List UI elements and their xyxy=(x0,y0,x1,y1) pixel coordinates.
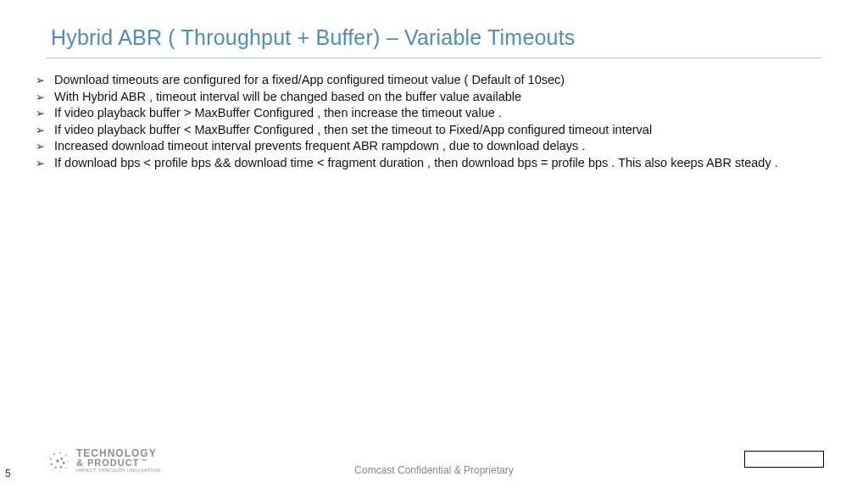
bullet-text: If video playback buffer > MaxBuffer Con… xyxy=(54,105,824,122)
bullet-text: With Hybrid ABR , timeout interval will … xyxy=(54,89,824,106)
svg-point-16 xyxy=(49,451,50,452)
bullet-text: Increased download timeout interval prev… xyxy=(54,138,824,155)
bullet-marker-icon: ➢ xyxy=(36,89,54,105)
title-underline xyxy=(47,58,822,58)
logo-line2-text: & PRODUCT xyxy=(76,458,139,468)
svg-point-10 xyxy=(67,461,69,463)
svg-point-8 xyxy=(59,452,61,453)
bullet-text: Download timeouts are configured for a f… xyxy=(54,72,824,89)
svg-point-0 xyxy=(56,459,58,462)
trademark-symbol: ™ xyxy=(141,458,147,464)
svg-point-5 xyxy=(51,463,53,465)
list-item: ➢ Download timeouts are configured for a… xyxy=(36,72,824,89)
svg-point-6 xyxy=(50,458,52,459)
bullet-marker-icon: ➢ xyxy=(36,155,54,171)
bullet-marker-icon: ➢ xyxy=(36,138,54,154)
bullet-marker-icon: ➢ xyxy=(36,72,54,88)
page-number: 5 xyxy=(5,468,11,480)
svg-point-4 xyxy=(54,467,56,469)
bullet-marker-icon: ➢ xyxy=(36,122,54,138)
footer-placeholder-box xyxy=(744,451,824,468)
bullet-text: If download bps < profile bps && downloa… xyxy=(54,155,824,172)
bullet-list: ➢ Download timeouts are configured for a… xyxy=(36,72,824,171)
company-logo: TECHNOLOGY & PRODUCT™ IMPACT THROUGH INN… xyxy=(44,447,160,474)
logo-text-block: TECHNOLOGY & PRODUCT™ IMPACT THROUGH INN… xyxy=(76,448,160,474)
logo-line2: & PRODUCT™ xyxy=(76,458,160,468)
list-item: ➢ Increased download timeout interval pr… xyxy=(36,138,824,155)
svg-point-14 xyxy=(47,465,48,467)
bullet-marker-icon: ➢ xyxy=(36,105,54,121)
confidential-footer: Comcast Confidential & Proprietary xyxy=(354,464,513,476)
slide-footer: TECHNOLOGY & PRODUCT™ IMPACT THROUGH INN… xyxy=(0,437,868,480)
svg-point-9 xyxy=(65,455,67,457)
list-item: ➢ If video playback buffer > MaxBuffer C… xyxy=(36,105,824,122)
svg-point-11 xyxy=(65,467,67,469)
slide: Hybrid ABR ( Throughput + Buffer) – Vari… xyxy=(0,0,868,488)
svg-point-1 xyxy=(61,458,64,460)
swirl-icon xyxy=(44,447,71,474)
svg-point-17 xyxy=(57,449,58,450)
svg-point-12 xyxy=(59,470,61,472)
svg-point-13 xyxy=(52,469,53,471)
logo-tagline: IMPACT THROUGH INNOVATION xyxy=(76,469,160,474)
slide-title: Hybrid ABR ( Throughput + Buffer) – Vari… xyxy=(51,25,576,50)
list-item: ➢ If download bps < profile bps && downl… xyxy=(36,155,824,172)
list-item: ➢ With Hybrid ABR , timeout interval wil… xyxy=(36,89,824,106)
svg-point-7 xyxy=(53,453,55,455)
svg-point-15 xyxy=(46,458,47,459)
svg-point-2 xyxy=(63,462,65,464)
svg-point-3 xyxy=(60,466,63,469)
list-item: ➢ If video playback buffer < MaxBuffer C… xyxy=(36,122,824,139)
bullet-text: If video playback buffer < MaxBuffer Con… xyxy=(54,122,824,139)
